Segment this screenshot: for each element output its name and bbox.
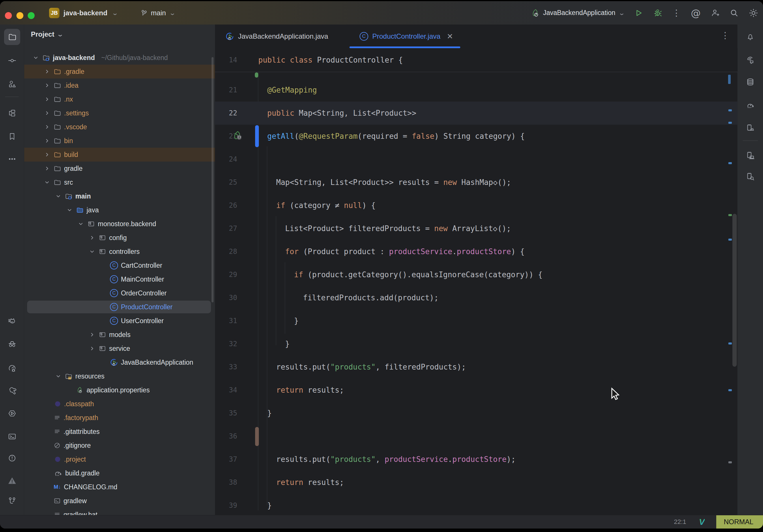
tree-item-application-properties[interactable]: application.properties xyxy=(24,383,215,397)
line-number[interactable]: 28 xyxy=(222,248,237,256)
tree-chevron-icon[interactable] xyxy=(43,152,51,158)
tree-item-models[interactable]: models xyxy=(24,328,215,342)
tree-chevron-icon[interactable] xyxy=(32,54,40,61)
tree-item-build[interactable]: build xyxy=(24,148,215,161)
line-number[interactable]: 22 xyxy=(222,109,237,117)
code-text[interactable]: @GetMapping xyxy=(267,86,317,94)
error-stripe-mark[interactable] xyxy=(728,214,732,216)
gradle-tool-icon[interactable] xyxy=(742,97,758,113)
line-number[interactable]: 36 xyxy=(222,432,237,440)
line-number[interactable]: 32 xyxy=(222,340,237,348)
error-stripe-mark[interactable] xyxy=(728,343,732,345)
device-android-tool-icon[interactable] xyxy=(742,120,758,136)
sticky-line[interactable]: 14public class ProductController { xyxy=(215,48,738,72)
tree-item-service[interactable]: service xyxy=(24,342,215,356)
error-stripe-mark[interactable] xyxy=(728,122,732,124)
code-text[interactable]: filteredProducts.add(product); xyxy=(303,293,439,302)
notifications-tool-icon[interactable] xyxy=(742,29,758,45)
tab-javabackendapplication[interactable]: JavaBackendApplication.java xyxy=(225,25,328,48)
code-text[interactable]: results.put("products", productService.p… xyxy=(276,455,516,464)
line-number[interactable]: 38 xyxy=(222,479,237,486)
line-number[interactable]: 30 xyxy=(222,294,237,302)
line-number[interactable]: 34 xyxy=(222,386,237,394)
more-tool-icon[interactable] xyxy=(4,151,20,167)
code-text[interactable]: results.put("products", filteredProducts… xyxy=(276,363,466,371)
tree-chevron-icon[interactable] xyxy=(43,124,51,130)
hierarchy-tool-icon[interactable] xyxy=(4,105,20,121)
code-line-37[interactable]: 37results.put("products", productService… xyxy=(215,448,738,471)
tree-item-ordercontroller[interactable]: COrderController xyxy=(24,286,215,300)
settings-gear-icon[interactable] xyxy=(749,8,758,18)
code-line-22[interactable]: 22public Map<String, List<Product>> xyxy=(215,102,738,125)
tab-options-icon[interactable]: ⋮ xyxy=(721,30,729,41)
incognito-tool-icon[interactable] xyxy=(4,336,20,352)
tree-item-gradlew-bat[interactable]: gradlew.bat xyxy=(24,508,215,515)
tree-item-monostore-backend[interactable]: monostore.backend xyxy=(24,217,215,231)
error-stripe-mark[interactable] xyxy=(728,389,732,391)
api-endpoint-icon[interactable] xyxy=(232,130,243,142)
code-line-38[interactable]: 38return results; xyxy=(215,471,738,494)
code-text[interactable]: } xyxy=(267,409,272,417)
code-text[interactable]: public Map<String, List<Product>> xyxy=(267,109,416,117)
error-stripe-mark[interactable] xyxy=(728,162,732,164)
tree-item-java-backend[interactable]: java-backend~/Github/java-backend xyxy=(24,51,215,64)
minimize-window-button[interactable] xyxy=(16,12,23,19)
project-panel-header[interactable]: Project ⌄ xyxy=(31,30,62,38)
code-line-30[interactable]: 30filteredProducts.add(product); xyxy=(215,286,738,309)
close-tab-icon[interactable]: ✕ xyxy=(447,32,453,41)
tree-chevron-icon[interactable] xyxy=(54,193,62,199)
line-number[interactable]: 39 xyxy=(222,501,237,509)
device-explorer-tool-icon[interactable] xyxy=(742,168,758,185)
cat-tool-icon[interactable] xyxy=(4,314,20,330)
tree-item-java[interactable]: java xyxy=(24,203,215,217)
line-number[interactable]: 37 xyxy=(222,455,237,463)
line-number[interactable]: 14 xyxy=(222,56,237,64)
line-number[interactable]: 33 xyxy=(222,363,237,371)
tree-chevron-icon[interactable] xyxy=(88,332,96,338)
tree-chevron-icon[interactable] xyxy=(43,68,51,75)
error-stripe-mark[interactable] xyxy=(728,461,732,463)
warnings-tool-icon[interactable] xyxy=(4,473,20,489)
tree-item-javabackendapplication[interactable]: JavaBackendApplication xyxy=(24,356,215,369)
tree-chevron-icon[interactable] xyxy=(43,138,51,144)
terminal-tool-icon[interactable] xyxy=(4,428,20,445)
code-text[interactable]: } xyxy=(285,340,290,348)
code-line-31[interactable]: 31} xyxy=(215,309,738,332)
code-line-21[interactable]: 21@GetMapping xyxy=(215,78,738,102)
line-number[interactable]: 31 xyxy=(222,317,237,325)
code-text[interactable]: getAll(@RequestParam(required = false) S… xyxy=(267,132,525,141)
code-line-23[interactable]: 23getAll(@RequestParam(required = false)… xyxy=(215,125,738,148)
ideavim-icon[interactable]: V xyxy=(699,517,705,527)
tree-item-gradlew[interactable]: gradlew xyxy=(24,494,215,508)
tree-chevron-icon[interactable] xyxy=(43,96,51,102)
tree-item--gitattributes[interactable]: .gitattributes xyxy=(24,425,215,439)
structure-tool-icon[interactable] xyxy=(4,76,20,92)
profiler-tool-icon[interactable] xyxy=(4,360,20,376)
tree-chevron-icon[interactable] xyxy=(43,82,51,89)
tree-item-usercontroller[interactable]: CUserController xyxy=(24,314,215,328)
line-number[interactable]: 27 xyxy=(222,224,237,233)
code-line-35[interactable]: 35} xyxy=(215,402,738,425)
tree-chevron-icon[interactable] xyxy=(54,373,62,379)
tree-chevron-icon[interactable] xyxy=(66,207,73,213)
tree-chevron-icon[interactable] xyxy=(77,221,84,227)
device-mirror-tool-icon[interactable] xyxy=(742,148,758,163)
line-number[interactable]: 25 xyxy=(222,178,237,186)
error-stripe-mark[interactable] xyxy=(728,239,732,241)
code-line-26[interactable]: 26if (category ≠ null) { xyxy=(215,194,738,217)
tree-item-gradle[interactable]: gradle xyxy=(24,161,215,175)
code-text[interactable]: } xyxy=(267,501,272,510)
code-line-33[interactable]: 33results.put("products", filteredProduc… xyxy=(215,356,738,378)
tree-item-productcontroller[interactable]: CProductController xyxy=(24,300,215,314)
code-text[interactable]: List<Product> filteredProducts = new Arr… xyxy=(285,224,511,233)
tree-item-maincontroller[interactable]: CMainController xyxy=(24,272,215,286)
code-line-27[interactable]: 27List<Product> filteredProducts = new A… xyxy=(215,217,738,240)
build-tool-icon[interactable] xyxy=(4,382,20,399)
branch-selector[interactable]: main ⌄ xyxy=(140,9,175,17)
error-stripe-mark[interactable] xyxy=(728,109,732,111)
ai-assistant-tool-icon[interactable] xyxy=(742,52,758,68)
database-tool-icon[interactable] xyxy=(742,74,758,90)
code-line-28[interactable]: 28for (Product product : productService.… xyxy=(215,240,738,263)
caret-position[interactable]: 22:1 xyxy=(674,518,686,526)
tree-item-cartcontroller[interactable]: CCartController xyxy=(24,259,215,272)
